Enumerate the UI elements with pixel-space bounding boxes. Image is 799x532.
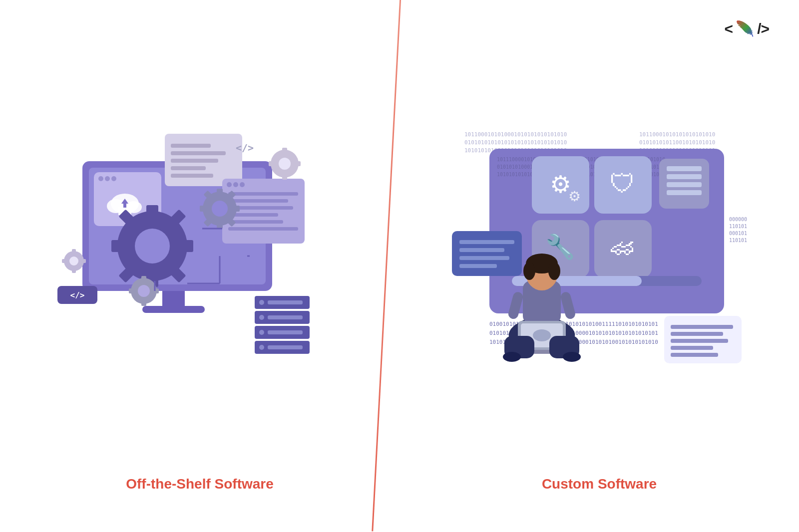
svg-point-137 xyxy=(523,262,535,280)
svg-point-49 xyxy=(212,201,228,217)
svg-rect-124 xyxy=(671,332,723,336)
svg-text:010101010101010101010101010101: 0101010101010101010101010101010 xyxy=(464,139,567,146)
svg-rect-87 xyxy=(268,345,303,349)
svg-rect-117 xyxy=(459,256,509,260)
svg-point-138 xyxy=(548,262,560,280)
svg-rect-2 xyxy=(162,291,185,307)
svg-point-5 xyxy=(98,176,103,181)
svg-rect-19 xyxy=(171,174,213,178)
svg-rect-109 xyxy=(667,174,702,179)
svg-rect-24 xyxy=(228,192,298,196)
svg-rect-25 xyxy=(228,199,288,203)
svg-rect-16 xyxy=(171,151,226,155)
svg-rect-125 xyxy=(671,339,728,343)
svg-rect-15 xyxy=(171,144,211,148)
svg-text:</>: </> xyxy=(70,290,85,300)
svg-rect-111 xyxy=(667,190,702,195)
svg-rect-118 xyxy=(459,264,497,268)
svg-rect-78 xyxy=(268,300,303,304)
svg-rect-84 xyxy=(268,330,303,334)
left-label: Off-the-Shelf Software xyxy=(126,476,274,492)
svg-text:110101: 110101 xyxy=(729,238,747,243)
svg-point-61 xyxy=(69,257,78,266)
main-container: </> </> xyxy=(0,0,799,532)
svg-rect-123 xyxy=(671,325,733,329)
svg-point-7 xyxy=(111,176,116,181)
svg-point-83 xyxy=(259,330,264,335)
svg-rect-115 xyxy=(459,240,514,244)
svg-point-23 xyxy=(240,182,245,187)
svg-rect-28 xyxy=(228,220,283,224)
svg-text:01010101011001010101010: 01010101011001010101010 xyxy=(639,139,715,146)
svg-text:110101: 110101 xyxy=(729,224,747,229)
svg-text:🛡: 🛡 xyxy=(610,169,636,198)
svg-point-80 xyxy=(259,315,264,320)
right-illustration: 1011000101010001010101010101010 01010101… xyxy=(439,121,759,381)
svg-rect-3 xyxy=(142,306,205,313)
svg-rect-127 xyxy=(671,353,718,357)
svg-text:⚙: ⚙ xyxy=(568,189,581,204)
svg-point-22 xyxy=(233,182,238,187)
svg-rect-114 xyxy=(452,231,522,276)
svg-point-77 xyxy=(259,300,264,305)
svg-point-144 xyxy=(533,329,551,341)
svg-point-6 xyxy=(105,176,110,181)
svg-text:</>: </> xyxy=(236,142,254,154)
svg-point-67 xyxy=(279,158,291,170)
svg-point-148 xyxy=(503,352,521,362)
svg-text:101100010101000101010101010101: 1011000101010001010101010101010 xyxy=(464,131,567,138)
svg-rect-116 xyxy=(459,248,504,252)
svg-text:000000: 000000 xyxy=(729,217,747,222)
left-panel: </> </> xyxy=(0,0,400,532)
svg-text:000101: 000101 xyxy=(729,231,747,236)
svg-rect-110 xyxy=(667,182,702,187)
right-label: Custom Software xyxy=(542,476,657,492)
svg-rect-108 xyxy=(667,166,702,171)
left-illustration: </> </> xyxy=(55,121,345,381)
logo: < 🪶 /> xyxy=(725,20,769,37)
svg-rect-29 xyxy=(228,227,298,231)
svg-rect-13 xyxy=(123,203,126,208)
svg-rect-18 xyxy=(171,166,206,170)
right-panel: < 🪶 /> 1011000101010001010101010101010 0… xyxy=(400,0,799,532)
svg-rect-81 xyxy=(268,315,303,319)
svg-point-55 xyxy=(138,285,150,297)
svg-point-86 xyxy=(259,345,264,350)
svg-point-21 xyxy=(227,182,232,187)
svg-text:10110001010101010101010: 10110001010101010101010 xyxy=(639,131,715,138)
svg-rect-17 xyxy=(171,159,218,163)
svg-point-39 xyxy=(135,229,170,264)
svg-rect-126 xyxy=(671,346,713,350)
svg-text:🏎: 🏎 xyxy=(611,234,635,260)
svg-point-149 xyxy=(563,352,581,362)
